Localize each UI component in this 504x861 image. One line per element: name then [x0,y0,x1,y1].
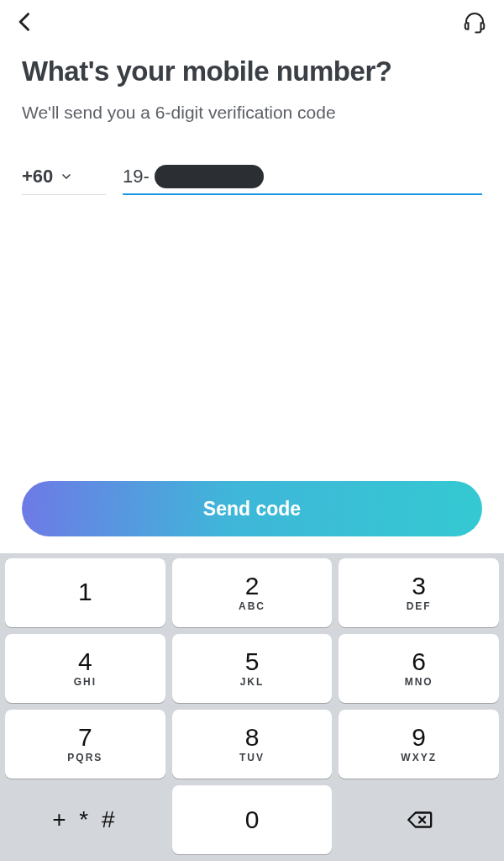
keypad-5[interactable]: 5 JKL [172,634,333,703]
keypad-1[interactable]: 1 [5,558,165,627]
numeric-keypad: 1 2 ABC 3 DEF 4 GHI 5 JKL 6 MNO 7 PQRS 8 [0,553,504,861]
phone-redacted-portion [155,165,264,188]
page-title: What's your mobile number? [22,55,482,87]
keypad-backspace[interactable] [339,785,499,854]
keypad-6[interactable]: 6 MNO [339,634,499,703]
chevron-down-icon [60,170,73,183]
country-code-selector[interactable]: +60 [22,166,106,195]
keypad-0[interactable]: 0 [172,785,333,854]
country-code-label: +60 [22,166,53,188]
headset-icon [462,9,487,34]
keypad-symbols[interactable]: + * # [5,785,165,854]
chevron-left-icon [13,10,37,34]
keypad-7[interactable]: 7 PQRS [5,710,165,779]
top-bar [0,0,504,47]
keypad-4[interactable]: 4 GHI [5,634,165,703]
phone-number-input[interactable]: 19- [123,165,482,195]
back-button[interactable] [13,10,37,37]
send-code-button[interactable]: Send code [22,481,482,536]
backspace-icon [405,806,433,834]
keypad-3[interactable]: 3 DEF [339,558,499,627]
keypad-2[interactable]: 2 ABC [172,558,333,627]
phone-entry-row: +60 19- [22,165,482,195]
keypad-9[interactable]: 9 WXYZ [339,710,499,779]
support-button[interactable] [462,9,487,38]
keypad-8[interactable]: 8 TUV [172,710,333,779]
phone-entered-prefix: 19- [123,166,150,188]
page-subtitle: We'll send you a 6-digit verification co… [22,103,482,123]
